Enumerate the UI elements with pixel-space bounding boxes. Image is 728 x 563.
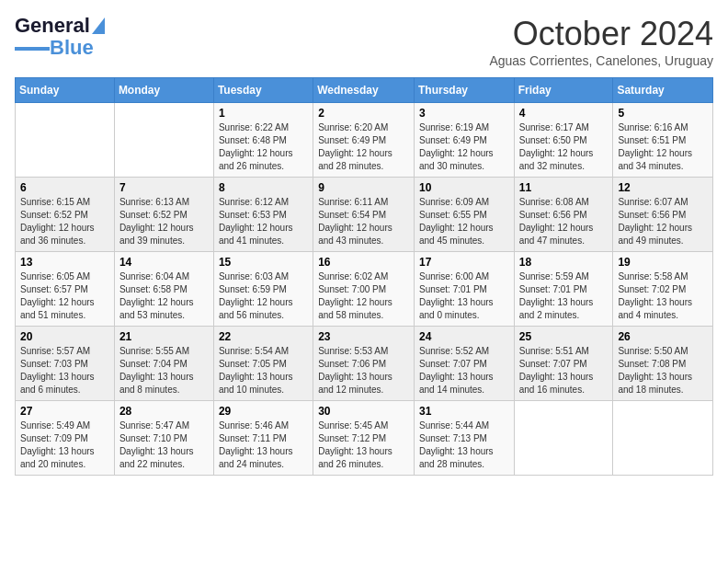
sunrise-text: Sunrise: 6:20 AM xyxy=(318,122,388,132)
calendar-cell: 19Sunrise: 5:58 AMSunset: 7:02 PMDayligh… xyxy=(613,252,713,327)
daylight-text: Daylight: 12 hours and 43 minutes. xyxy=(318,223,392,246)
daylight-text: Daylight: 12 hours and 39 minutes. xyxy=(119,223,194,246)
day-header-saturday: Saturday xyxy=(613,78,713,103)
cell-sun-info: Sunrise: 6:12 AMSunset: 6:53 PMDaylight:… xyxy=(219,196,308,247)
day-number: 4 xyxy=(519,107,609,120)
daylight-text: Daylight: 13 hours and 8 minutes. xyxy=(119,372,194,395)
cell-sun-info: Sunrise: 5:47 AMSunset: 7:10 PMDaylight:… xyxy=(119,419,209,471)
cell-sun-info: Sunrise: 5:51 AMSunset: 7:07 PMDaylight:… xyxy=(519,345,609,396)
day-number: 10 xyxy=(419,181,509,194)
sunrise-text: Sunrise: 6:19 AM xyxy=(419,122,489,132)
cell-sun-info: Sunrise: 5:53 AMSunset: 7:06 PMDaylight:… xyxy=(318,345,409,396)
cell-sun-info: Sunrise: 5:50 AMSunset: 7:08 PMDaylight:… xyxy=(618,345,708,396)
logo-triangle-icon xyxy=(92,17,105,34)
daylight-text: Daylight: 13 hours and 28 minutes. xyxy=(419,446,494,469)
sunrise-text: Sunrise: 6:07 AM xyxy=(618,197,688,207)
sunrise-text: Sunrise: 6:08 AM xyxy=(519,197,589,207)
calendar-cell: 8Sunrise: 6:12 AMSunset: 6:53 PMDaylight… xyxy=(213,178,313,252)
sunrise-text: Sunrise: 5:52 AM xyxy=(419,346,489,356)
daylight-text: Daylight: 12 hours and 28 minutes. xyxy=(318,148,392,171)
day-number: 27 xyxy=(20,405,109,418)
sunset-text: Sunset: 7:01 PM xyxy=(519,284,587,294)
calendar-cell xyxy=(114,103,213,178)
location-subtitle: Aguas Corrientes, Canelones, Uruguay xyxy=(489,53,713,68)
sunrise-text: Sunrise: 5:53 AM xyxy=(318,346,388,356)
daylight-text: Daylight: 13 hours and 24 minutes. xyxy=(219,446,293,469)
sunrise-text: Sunrise: 5:57 AM xyxy=(20,346,90,356)
sunset-text: Sunset: 6:56 PM xyxy=(618,210,686,220)
sunset-text: Sunset: 7:10 PM xyxy=(119,433,188,443)
cell-sun-info: Sunrise: 5:52 AMSunset: 7:07 PMDaylight:… xyxy=(419,345,509,396)
sunset-text: Sunset: 7:13 PM xyxy=(419,433,487,443)
sunset-text: Sunset: 7:12 PM xyxy=(318,433,386,443)
calendar-cell xyxy=(613,401,713,476)
daylight-text: Daylight: 12 hours and 34 minutes. xyxy=(618,148,692,171)
sunset-text: Sunset: 6:58 PM xyxy=(119,284,188,294)
cell-sun-info: Sunrise: 6:00 AMSunset: 7:01 PMDaylight:… xyxy=(419,270,509,322)
day-number: 18 xyxy=(519,256,609,269)
sunset-text: Sunset: 7:06 PM xyxy=(318,359,386,369)
calendar-cell: 16Sunrise: 6:02 AMSunset: 7:00 PMDayligh… xyxy=(313,252,415,327)
day-number: 24 xyxy=(419,330,509,343)
daylight-text: Daylight: 12 hours and 56 minutes. xyxy=(219,297,293,320)
calendar-cell: 28Sunrise: 5:47 AMSunset: 7:10 PMDayligh… xyxy=(114,401,213,476)
sunrise-text: Sunrise: 6:12 AM xyxy=(219,197,289,207)
calendar-cell: 1Sunrise: 6:22 AMSunset: 6:48 PMDaylight… xyxy=(213,103,313,178)
day-number: 1 xyxy=(219,107,308,120)
calendar-cell: 14Sunrise: 6:04 AMSunset: 6:58 PMDayligh… xyxy=(114,252,213,327)
daylight-text: Daylight: 12 hours and 47 minutes. xyxy=(519,223,594,246)
cell-sun-info: Sunrise: 6:20 AMSunset: 6:49 PMDaylight:… xyxy=(318,121,409,173)
sunset-text: Sunset: 7:07 PM xyxy=(519,359,587,369)
daylight-text: Daylight: 13 hours and 16 minutes. xyxy=(519,372,594,395)
calendar-cell: 5Sunrise: 6:16 AMSunset: 6:51 PMDaylight… xyxy=(613,103,713,178)
calendar-cell: 25Sunrise: 5:51 AMSunset: 7:07 PMDayligh… xyxy=(514,327,613,401)
cell-sun-info: Sunrise: 5:49 AMSunset: 7:09 PMDaylight:… xyxy=(20,419,109,471)
day-number: 16 xyxy=(318,256,409,269)
sunrise-text: Sunrise: 6:16 AM xyxy=(618,122,688,132)
logo-text-blue: Blue xyxy=(50,37,94,59)
daylight-text: Daylight: 13 hours and 6 minutes. xyxy=(20,372,95,395)
calendar-cell: 29Sunrise: 5:46 AMSunset: 7:11 PMDayligh… xyxy=(213,401,313,476)
daylight-text: Daylight: 12 hours and 32 minutes. xyxy=(519,148,594,171)
daylight-text: Daylight: 12 hours and 26 minutes. xyxy=(219,148,293,171)
title-section: October 2024 Aguas Corrientes, Canelones… xyxy=(489,15,713,68)
day-header-wednesday: Wednesday xyxy=(313,78,415,103)
sunset-text: Sunset: 7:00 PM xyxy=(318,284,386,294)
cell-sun-info: Sunrise: 5:59 AMSunset: 7:01 PMDaylight:… xyxy=(519,270,609,322)
day-header-monday: Monday xyxy=(114,78,213,103)
logo-blue-bar xyxy=(15,47,50,51)
day-header-friday: Friday xyxy=(514,78,613,103)
day-number: 25 xyxy=(519,330,609,343)
sunset-text: Sunset: 7:08 PM xyxy=(618,359,686,369)
calendar-cell xyxy=(514,401,613,476)
cell-sun-info: Sunrise: 6:16 AMSunset: 6:51 PMDaylight:… xyxy=(618,121,708,173)
sunset-text: Sunset: 7:01 PM xyxy=(419,284,487,294)
calendar-week-row: 6Sunrise: 6:15 AMSunset: 6:52 PMDaylight… xyxy=(16,178,713,252)
calendar-cell: 22Sunrise: 5:54 AMSunset: 7:05 PMDayligh… xyxy=(213,327,313,401)
day-number: 29 xyxy=(219,405,308,418)
calendar-cell: 13Sunrise: 6:05 AMSunset: 6:57 PMDayligh… xyxy=(16,252,115,327)
daylight-text: Daylight: 12 hours and 53 minutes. xyxy=(119,297,194,320)
sunset-text: Sunset: 6:57 PM xyxy=(20,284,88,294)
cell-sun-info: Sunrise: 6:03 AMSunset: 6:59 PMDaylight:… xyxy=(219,270,308,322)
daylight-text: Daylight: 13 hours and 12 minutes. xyxy=(318,372,392,395)
sunset-text: Sunset: 6:54 PM xyxy=(318,210,386,220)
sunset-text: Sunset: 7:03 PM xyxy=(20,359,88,369)
sunset-text: Sunset: 7:11 PM xyxy=(219,433,287,443)
calendar-cell: 23Sunrise: 5:53 AMSunset: 7:06 PMDayligh… xyxy=(313,327,415,401)
calendar-cell: 12Sunrise: 6:07 AMSunset: 6:56 PMDayligh… xyxy=(613,178,713,252)
sunset-text: Sunset: 7:09 PM xyxy=(20,433,88,443)
day-number: 23 xyxy=(318,330,409,343)
cell-sun-info: Sunrise: 6:13 AMSunset: 6:52 PMDaylight:… xyxy=(119,196,209,247)
daylight-text: Daylight: 12 hours and 49 minutes. xyxy=(618,223,692,246)
calendar-cell: 26Sunrise: 5:50 AMSunset: 7:08 PMDayligh… xyxy=(613,327,713,401)
page-header: General Blue October 2024 Aguas Corrient… xyxy=(15,15,713,68)
cell-sun-info: Sunrise: 5:44 AMSunset: 7:13 PMDaylight:… xyxy=(419,419,509,471)
day-number: 3 xyxy=(419,107,509,120)
daylight-text: Daylight: 13 hours and 20 minutes. xyxy=(20,446,95,469)
sunrise-text: Sunrise: 5:54 AM xyxy=(219,346,289,356)
daylight-text: Daylight: 12 hours and 36 minutes. xyxy=(20,223,95,246)
logo: General Blue xyxy=(15,15,105,59)
cell-sun-info: Sunrise: 6:04 AMSunset: 6:58 PMDaylight:… xyxy=(119,270,209,322)
day-number: 9 xyxy=(318,181,409,194)
